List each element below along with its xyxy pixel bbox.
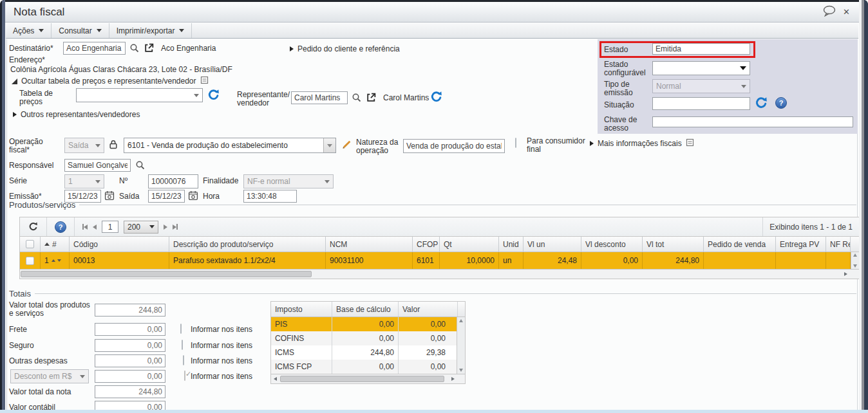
menu-acoes[interactable]: Ações	[6, 23, 52, 38]
representante-input[interactable]	[291, 91, 348, 104]
outras-despesas-informar-label: Informar nos itens	[191, 357, 252, 365]
chat-icon[interactable]	[822, 5, 836, 19]
scroll-down-icon[interactable]	[853, 264, 857, 268]
destinatario-input[interactable]	[63, 42, 126, 55]
seguro-input[interactable]	[95, 339, 165, 352]
grid-refresh-button[interactable]	[20, 217, 47, 236]
column-header-num[interactable]: #	[41, 237, 70, 252]
finalidade-select: NF-e normal	[243, 174, 334, 188]
table-row[interactable]: ICMS FCP 0,00 0,00	[271, 360, 465, 374]
frete-informar-checkbox[interactable]	[180, 324, 182, 334]
search-icon[interactable]	[352, 93, 362, 105]
valor-total-nota-input[interactable]	[95, 385, 165, 398]
column-header-imposto[interactable]: Imposto	[271, 302, 332, 317]
page-size-select[interactable]: 200	[124, 221, 158, 234]
valor-contabil-input[interactable]	[95, 401, 165, 410]
scroll-left-icon[interactable]	[274, 377, 277, 381]
responsavel-input[interactable]	[64, 159, 131, 172]
mais-informacoes-toggle[interactable]: Mais informações fiscais	[590, 138, 694, 149]
frete-input[interactable]	[95, 323, 165, 336]
destinatario-link[interactable]: Aco Engenharia	[161, 44, 216, 53]
grid-help-button[interactable]: ?	[47, 217, 75, 236]
form-icon[interactable]	[200, 76, 209, 86]
chave-acesso-input[interactable]	[652, 116, 853, 127]
column-header-codigo[interactable]: Código	[70, 237, 169, 252]
table-row[interactable]: COFINS 0,00 0,00	[271, 331, 465, 345]
close-icon[interactable]: ✕	[843, 7, 850, 17]
endereco-value: Colônia Agrícola Águas Claras Chácara 23…	[10, 66, 232, 74]
outras-despesas-input[interactable]	[95, 354, 165, 367]
column-header-valor[interactable]: Valor	[399, 302, 449, 317]
ocultar-tabela-toggle[interactable]: Ocultar tabela de preços e representante…	[12, 76, 209, 86]
last-page-button[interactable]	[173, 224, 178, 230]
vertical-scrollbar[interactable]	[851, 252, 859, 269]
column-header-vltot[interactable]: Vl tot	[643, 237, 704, 252]
horizontal-scrollbar[interactable]	[271, 374, 465, 383]
outros-representantes-toggle[interactable]: Outros representantes/vendedores	[13, 110, 140, 119]
cell-cfop: 6101	[413, 252, 440, 269]
column-header-ncm[interactable]: NCM	[326, 237, 413, 252]
impostos-table: Imposto Base de cálculo Valor PIS 0,00 0…	[270, 301, 466, 384]
prev-page-button[interactable]	[93, 225, 97, 230]
scrollbar-thumb[interactable]	[21, 271, 312, 277]
valor-total-produtos-input[interactable]	[95, 304, 165, 317]
column-header-base-calculo[interactable]: Base de cálculo	[332, 302, 399, 317]
refresh-icon[interactable]	[755, 96, 768, 111]
table-row[interactable]: PIS 0,00 0,00	[271, 317, 465, 331]
estado-configuravel-label: Estado configurável	[604, 60, 649, 77]
column-header-nf-refer[interactable]: NF Refer	[826, 237, 851, 252]
produtos-grid: ? 200 Exibindo itens 1 - 1 de 1 # Código…	[19, 217, 859, 279]
column-header-vlun[interactable]: Vl un	[524, 237, 581, 252]
refresh-icon[interactable]	[207, 89, 220, 103]
scroll-down-icon[interactable]	[459, 369, 463, 372]
operacao-cfop-combo[interactable]: 6101 - Venda de produção do estabelecime…	[124, 138, 336, 153]
column-header-vldesconto[interactable]: Vl desconto	[581, 237, 643, 252]
external-link-icon[interactable]	[144, 42, 155, 55]
vertical-scrollbar[interactable]	[457, 317, 465, 374]
outras-despesas-informar-checkbox[interactable]	[183, 355, 184, 365]
horizontal-scrollbar[interactable]	[20, 269, 859, 279]
desconto-input[interactable]	[95, 370, 165, 383]
first-page-button[interactable]	[82, 224, 88, 230]
move-up-icon[interactable]	[52, 259, 55, 262]
seguro-informar-checkbox[interactable]	[182, 340, 183, 350]
next-page-button[interactable]	[164, 225, 167, 230]
column-header-qt[interactable]: Qt	[440, 237, 499, 252]
scroll-up-icon[interactable]	[459, 319, 463, 322]
representante-link[interactable]: Carol Martins	[383, 94, 429, 102]
scroll-right-icon[interactable]	[451, 377, 455, 381]
chevron-down-icon	[740, 66, 746, 70]
column-header-pedido-venda[interactable]: Pedido de venda	[704, 237, 776, 252]
search-icon[interactable]	[129, 43, 140, 55]
estado-configuravel-select[interactable]	[652, 61, 750, 75]
form-icon[interactable]	[686, 138, 694, 149]
situacao-input[interactable]	[652, 97, 750, 110]
help-icon[interactable]: ?	[775, 97, 787, 109]
page-number-input[interactable]	[102, 221, 118, 233]
table-row[interactable]: 1 00013 Parafuso sextavado 1.1/2x2/4 900…	[20, 252, 851, 269]
scroll-up-icon[interactable]	[853, 253, 857, 257]
column-header-unid[interactable]: Unid	[499, 237, 524, 252]
scroll-right-icon[interactable]	[844, 272, 847, 276]
table-row[interactable]: ICMS 244,80 29,38	[271, 345, 465, 360]
refresh-icon[interactable]	[430, 91, 442, 105]
numero-input[interactable]	[148, 174, 198, 188]
tabela-precos-select[interactable]	[76, 88, 203, 102]
combo-dropdown-button[interactable]	[323, 138, 335, 152]
pedido-cliente-toggle[interactable]: Pedido do cliente e referência	[290, 44, 400, 53]
scrollbar-thumb[interactable]	[280, 376, 444, 382]
row-checkbox[interactable]	[26, 257, 34, 265]
pencil-icon[interactable]	[341, 139, 352, 151]
natureza-operacao-input[interactable]	[403, 139, 505, 153]
column-header-cfop[interactable]: CFOP	[413, 237, 440, 252]
checkbox[interactable]	[26, 240, 34, 248]
column-header-entrega-pv[interactable]: Entrega PV	[776, 237, 826, 252]
move-down-icon[interactable]	[57, 259, 61, 262]
external-link-icon[interactable]	[366, 92, 377, 105]
search-icon[interactable]	[135, 160, 146, 172]
consumidor-final-checkbox[interactable]	[515, 138, 516, 148]
menu-consultar[interactable]: Consultar	[52, 23, 109, 38]
menu-imprimir-exportar[interactable]: Imprimir/exportar	[109, 23, 193, 38]
select-all-checkbox-cell[interactable]	[20, 237, 41, 252]
column-header-descricao[interactable]: Descrição do produto/serviço	[169, 237, 326, 252]
